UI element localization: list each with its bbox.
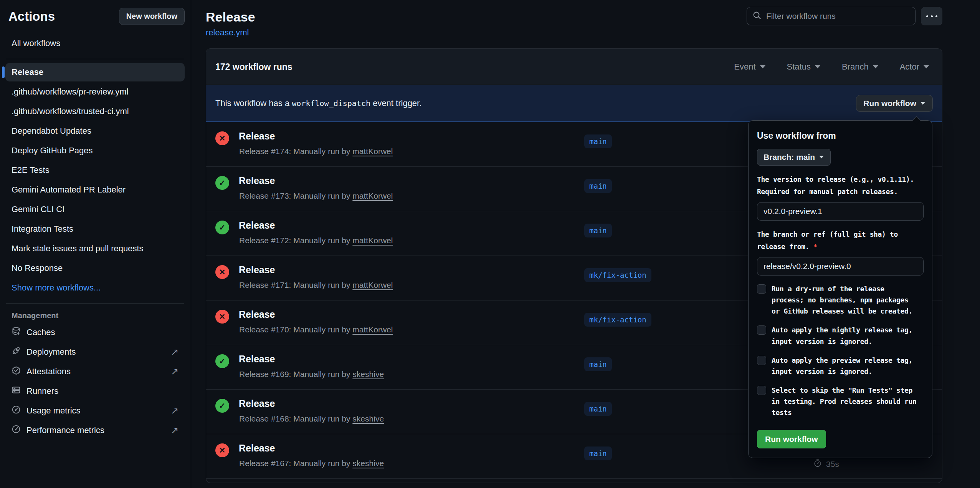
sidebar-divider	[6, 303, 184, 304]
chevron-down-icon	[820, 156, 824, 158]
check-circle-icon	[215, 221, 229, 234]
run-title-link[interactable]: Release	[239, 398, 275, 409]
run-description: Release #171: Manually run by mattKorwel	[239, 281, 393, 290]
workflow-dispatch-banner: This workflow has a workflow_dispatch ev…	[206, 85, 942, 122]
x-circle-icon	[215, 131, 229, 145]
branch-badge[interactable]: main	[584, 224, 612, 237]
run-workflow-submit-button[interactable]: Run workflow	[757, 430, 826, 448]
filter-actor-dropdown[interactable]: Actor	[900, 62, 929, 72]
sidebar-item-pr-review[interactable]: .github/workflows/pr-review.yml	[5, 83, 185, 101]
run-title-link[interactable]: Release	[239, 220, 275, 231]
branch-badge[interactable]: main	[584, 357, 612, 371]
actor-link[interactable]: mattKorwel	[352, 236, 393, 245]
sidebar-item-caches[interactable]: Caches	[5, 323, 185, 342]
new-workflow-button[interactable]: New workflow	[119, 8, 185, 25]
sidebar-item-e2e-tests[interactable]: E2E Tests	[5, 161, 185, 179]
preview-tag-checkbox-row: Auto apply the preview release tag, inpu…	[757, 355, 924, 377]
cache-icon	[12, 327, 21, 338]
run-title-link[interactable]: Release	[239, 264, 275, 276]
sidebar-item-attestations[interactable]: Attestations ↗	[5, 362, 185, 381]
sidebar-item-usage-metrics[interactable]: Usage metrics ↗	[5, 402, 185, 420]
skip-tests-checkbox-row: Select to skip the "Run Tests" step in t…	[757, 385, 924, 418]
arrow-up-right-icon: ↗	[171, 366, 178, 377]
check-circle-icon	[215, 176, 229, 190]
chevron-down-icon	[815, 65, 820, 68]
chevron-down-icon	[760, 65, 765, 68]
chevron-down-icon	[924, 65, 929, 68]
branch-selector-button[interactable]: Branch: main	[757, 149, 831, 166]
dialog-title: Use workflow from	[757, 131, 924, 141]
run-title-link[interactable]: Release	[239, 131, 275, 142]
skip-tests-checkbox[interactable]	[757, 386, 766, 395]
sidebar-item-gemini-pr-labeler[interactable]: Gemini Automated PR Labeler	[5, 181, 185, 199]
show-more-workflows-link[interactable]: Show more workflows...	[5, 279, 185, 297]
run-description: Release #174: Manually run by mattKorwel	[239, 147, 393, 156]
run-title-link[interactable]: Release	[239, 175, 275, 186]
dry-run-checkbox-row: Run a dry-run of the release process; no…	[757, 283, 924, 317]
preview-tag-checkbox[interactable]	[757, 356, 766, 365]
sidebar-item-deploy-github-pages[interactable]: Deploy GitHub Pages	[5, 141, 185, 160]
sidebar-item-release[interactable]: Release	[5, 63, 185, 81]
meter-icon	[12, 425, 21, 436]
version-input[interactable]	[757, 202, 924, 221]
banner-text: This workflow has a workflow_dispatch ev…	[215, 98, 421, 108]
run-description: Release #167: Manually run by skeshive	[239, 459, 384, 468]
sidebar-item-label: Attestations	[26, 367, 71, 377]
run-title-link[interactable]: Release	[239, 309, 275, 320]
branch-badge[interactable]: main	[584, 447, 612, 460]
actor-link[interactable]: skeshive	[352, 414, 384, 423]
top-actions: Filter workflow runs	[747, 7, 942, 25]
sidebar-item-trusted-ci[interactable]: .github/workflows/trusted-ci.yml	[5, 102, 185, 121]
ref-input[interactable]	[757, 257, 924, 276]
management-section-title: Management	[5, 311, 185, 320]
sidebar-item-label: Caches	[26, 327, 55, 337]
sidebar-header: Actions New workflow	[5, 8, 185, 25]
sidebar-item-runners[interactable]: Runners	[5, 382, 185, 400]
branch-badge[interactable]: main	[584, 134, 612, 148]
filter-event-dropdown[interactable]: Event	[734, 62, 765, 72]
sidebar-item-no-response[interactable]: No Response	[5, 259, 185, 277]
nightly-tag-checkbox[interactable]	[757, 325, 766, 335]
actor-link[interactable]: mattKorwel	[352, 325, 393, 334]
branch-badge[interactable]: main	[584, 402, 612, 416]
required-marker: *	[813, 242, 818, 251]
sidebar-item-all-workflows[interactable]: All workflows	[5, 34, 185, 53]
run-workflow-dropdown-button[interactable]: Run workflow	[856, 95, 933, 112]
filter-status-dropdown[interactable]: Status	[787, 62, 820, 72]
check-circle-icon	[215, 399, 229, 413]
actor-link[interactable]: skeshive	[352, 459, 384, 468]
run-description: Release #170: Manually run by mattKorwel	[239, 325, 393, 334]
workflow-options-button[interactable]	[921, 7, 942, 25]
sidebar-item-dependabot-updates[interactable]: Dependabot Updates	[5, 122, 185, 140]
filter-workflow-runs-input[interactable]: Filter workflow runs	[747, 7, 916, 25]
checkbox-label: Auto apply the preview release tag, inpu…	[772, 355, 917, 377]
dry-run-checkbox[interactable]	[757, 284, 766, 294]
branch-badge[interactable]: mk/fix-action	[584, 313, 651, 327]
kebab-horizontal-icon	[926, 15, 937, 17]
sidebar-item-gemini-cli-ci[interactable]: Gemini CLI CI	[5, 200, 185, 219]
run-title-link[interactable]: Release	[239, 354, 275, 365]
run-description: Release #168: Manually run by skeshive	[239, 414, 384, 423]
server-icon	[12, 385, 21, 397]
sidebar-item-label: Runners	[26, 386, 58, 396]
ref-input-description: The branch or ref (full git sha) to rele…	[757, 228, 924, 252]
sidebar-item-mark-stale[interactable]: Mark stale issues and pull requests	[5, 239, 185, 258]
run-description: Release #172: Manually run by mattKorwel	[239, 236, 393, 245]
sidebar-item-deployments[interactable]: Deployments ↗	[5, 343, 185, 361]
branch-badge[interactable]: main	[584, 179, 612, 193]
workflow-file-link[interactable]: release.yml	[206, 28, 249, 38]
actor-link[interactable]: mattKorwel	[352, 147, 393, 156]
actor-link[interactable]: mattKorwel	[352, 281, 393, 289]
x-circle-icon	[215, 265, 229, 279]
runs-count: 172 workflow runs	[215, 62, 293, 72]
branch-badge[interactable]: mk/fix-action	[584, 268, 651, 282]
run-title-link[interactable]: Release	[239, 443, 275, 454]
sidebar-item-integration-tests[interactable]: Integration Tests	[5, 220, 185, 238]
sidebar-item-label: Deployments	[26, 347, 76, 357]
filter-branch-dropdown[interactable]: Branch	[842, 62, 878, 72]
runs-list-header: 172 workflow runs Event Status Branch Ac…	[206, 49, 942, 85]
sidebar-item-performance-metrics[interactable]: Performance metrics ↗	[5, 421, 185, 440]
actor-link[interactable]: skeshive	[352, 370, 384, 378]
filter-placeholder: Filter workflow runs	[766, 12, 836, 21]
actor-link[interactable]: mattKorwel	[352, 191, 393, 200]
